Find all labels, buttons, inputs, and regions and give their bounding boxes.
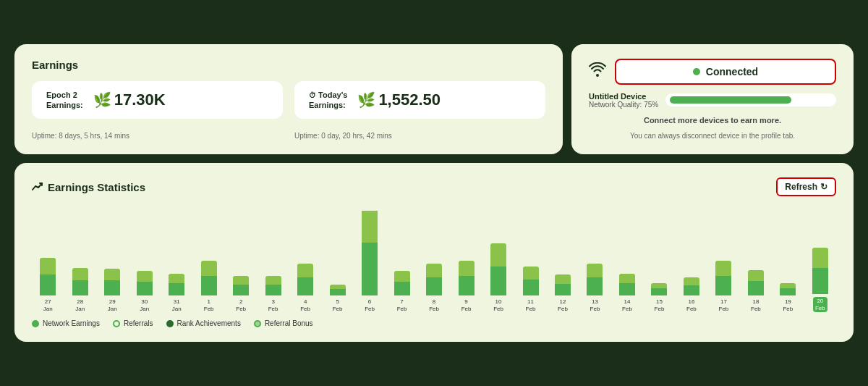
bar-segment-bottom [40, 274, 56, 295]
chart-column: 1.8K10Feb [482, 211, 514, 312]
bar-inner [619, 274, 635, 295]
bar-day-label: 2Feb [236, 298, 246, 312]
bar-segment-bottom [426, 277, 442, 295]
bar-segment-bottom [490, 267, 506, 295]
bar-inner [362, 211, 378, 295]
bar-day-label: 10Feb [493, 298, 503, 312]
bar-segment-bottom [587, 277, 603, 295]
bar-group [64, 211, 95, 295]
bar-group [386, 211, 417, 295]
bar-inner [72, 268, 88, 295]
earnings-card: Earnings Epoch 2Earnings: 🌿 17.30K ⏱ Tod… [14, 44, 563, 155]
bar-segment-top [651, 283, 667, 288]
bar-day-label: 13Feb [590, 298, 600, 312]
chart-column: 678.43Feb [257, 211, 289, 312]
bar-segment-bottom [169, 283, 184, 295]
bar-segment-bottom [201, 276, 217, 295]
chart-column: 3.7K6Feb [354, 211, 386, 312]
chart-column: 1.1K13Feb [579, 211, 610, 312]
chart-column: 857.17Feb [386, 211, 417, 312]
bar-inner [651, 283, 667, 295]
bar-day-label: 9Feb [461, 298, 472, 312]
chart-icon [32, 181, 43, 193]
bar-group [482, 211, 514, 295]
epoch-label: Epoch 2Earnings: [46, 90, 83, 111]
connect-more-text: Connect more devices to earn more. [589, 116, 836, 125]
bar-day-label: 7Feb [397, 298, 407, 312]
bar-inner [555, 274, 571, 295]
bar-segment-top [169, 274, 184, 283]
chart-column: 764.331Jan [161, 211, 192, 312]
bar-segment-top [748, 270, 764, 281]
bar-group [257, 211, 289, 295]
today-label: ⏱ Today'sEarnings: [309, 90, 347, 111]
legend-dot [113, 320, 120, 327]
bar-segment-bottom [555, 284, 571, 295]
bar-segment-bottom [619, 283, 635, 295]
bar-segment-top [297, 264, 313, 277]
bar-segment-top [619, 274, 635, 283]
connected-indicator [693, 68, 700, 75]
bar-segment-top [394, 271, 410, 282]
today-value: 🌿 1,552.50 [357, 91, 441, 109]
chart-column: 853.830Jan [128, 211, 160, 312]
refresh-icon: ↻ [820, 182, 827, 192]
bar-group [611, 211, 643, 295]
connected-button[interactable]: Connected [615, 59, 836, 85]
bar-inner [265, 276, 281, 295]
bar-segment-top [684, 277, 699, 285]
bar-group [740, 211, 772, 295]
legend-item: Referrals [113, 319, 153, 327]
connected-label: Connected [706, 66, 758, 77]
legend-item: Rank Achievements [166, 319, 241, 327]
chart-column: 1.2K1Feb [192, 211, 224, 312]
bar-day-label: 11Feb [526, 298, 536, 312]
chart-column: 742.814Feb [611, 211, 643, 312]
connect-sub-text: You can always disconnect device in the … [589, 132, 836, 140]
bar-inner [330, 285, 346, 295]
bar-group [643, 211, 675, 295]
refresh-button[interactable]: Refresh ↻ [776, 177, 836, 196]
bar-segment-top [201, 261, 217, 276]
legend-label: Rank Achievements [177, 319, 241, 327]
legend-dot [32, 320, 39, 327]
bar-group [772, 211, 804, 295]
earnings-title: Earnings [32, 59, 545, 71]
bar-segment-top [523, 267, 539, 280]
bar-day-label: 17Feb [719, 298, 729, 312]
bar-segment-top [459, 261, 475, 276]
bar-day-label: 12Feb [558, 298, 568, 312]
bar-group [321, 211, 353, 295]
bar-inner [426, 264, 442, 295]
chart-column: 423.315Feb [643, 211, 675, 312]
bar-day-label: 30Jan [140, 298, 149, 312]
bar-day-label: 27Jan [43, 298, 53, 312]
connected-card: Connected Untitled Device Network Qualit… [571, 44, 854, 155]
bar-inner [394, 271, 410, 295]
bar-segment-bottom [394, 282, 410, 295]
stats-header: Earnings Statistics Refresh ↻ [32, 177, 836, 196]
legend-item: Referral Bonus [254, 319, 313, 327]
quality-label: Network Quality: 75% [589, 101, 658, 109]
quality-bar [670, 96, 791, 104]
bar-segment-top [265, 276, 281, 285]
leaf-icon-epoch: 🌿 [93, 91, 111, 109]
bar-inner [748, 270, 764, 295]
wifi-icon [589, 62, 606, 81]
bar-group [547, 211, 579, 295]
bar-inner [587, 264, 603, 295]
bar-group [579, 211, 610, 295]
bar-segment-top [587, 264, 603, 277]
bar-segment-top [362, 211, 378, 243]
bar-group [676, 211, 707, 295]
bar-inner [137, 271, 153, 295]
chart-column: 421.019Feb [772, 211, 804, 312]
chart-column: 1.2K9Feb [450, 211, 482, 312]
bar-segment-top [72, 268, 88, 280]
bar-day-label: 18Feb [751, 298, 761, 312]
bar-segment-top [426, 264, 442, 277]
bar-group [225, 211, 257, 295]
chart-area: 1.3K27Jan955.528Jan927.029Jan853.830Jan7… [32, 211, 836, 312]
bar-day-label: 1Feb [204, 298, 214, 312]
bar-day-label: 6Feb [365, 298, 375, 312]
